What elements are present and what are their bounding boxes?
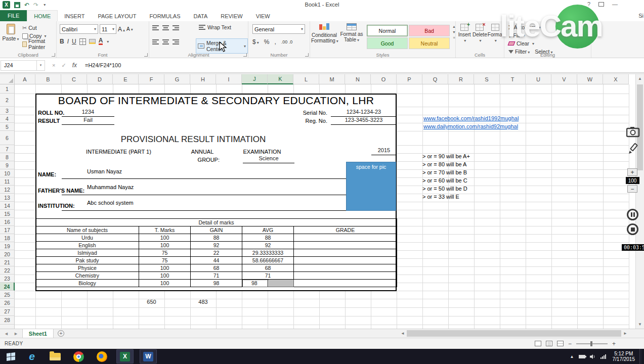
row-header-24[interactable]: 24 (0, 283, 15, 291)
cell-avg[interactable]: 29.33333333 (242, 249, 294, 257)
help-icon[interactable]: ? (587, 1, 590, 7)
new-sheet-icon[interactable]: + (58, 330, 64, 337)
comma-style-button[interactable]: , (274, 38, 276, 46)
institution-value[interactable]: Abc school system (87, 200, 134, 206)
tab-formulas[interactable]: FORMULAS (143, 10, 187, 21)
battery-icon[interactable] (579, 355, 585, 358)
examination-text[interactable]: EXAMINATION (239, 149, 285, 155)
align-middle-icon[interactable] (162, 25, 169, 31)
row-header-28[interactable]: 28 (0, 316, 15, 325)
group-value[interactable]: Science (243, 155, 294, 163)
column-header-U[interactable]: U (526, 74, 551, 84)
column-header-T[interactable]: T (500, 74, 526, 84)
enter-icon[interactable]: ✓ (61, 62, 66, 69)
reg-no-value[interactable]: 123-3455-3223 (331, 117, 397, 125)
percent-style-button[interactable]: % (264, 38, 270, 46)
align-left-icon[interactable] (152, 39, 159, 45)
scroll-right-icon[interactable]: ► (621, 331, 629, 336)
row-header-9[interactable]: 9 (0, 161, 15, 169)
grade-key-line[interactable]: > or = 50 will be D (422, 186, 467, 192)
ribbon-options-icon[interactable] (598, 2, 604, 7)
cell-subject[interactable]: Urdu (36, 234, 139, 242)
row-header-21[interactable]: 21 (0, 258, 15, 266)
father-name-label[interactable]: FATHER'S NAME: (38, 188, 84, 194)
scroll-down-icon[interactable]: ▼ (636, 320, 644, 329)
cell-tmarks[interactable]: 100 (139, 234, 191, 242)
scroll-up-icon[interactable]: ▲ (636, 74, 644, 83)
decimal-buttons[interactable]: .00 .0 (281, 39, 293, 44)
tab-review[interactable]: REVIEW (214, 10, 249, 21)
annual-text[interactable]: ANNUAL (187, 149, 218, 155)
row-header-18[interactable]: 18 (0, 234, 15, 242)
bold-button[interactable]: B (60, 38, 64, 45)
scroll-left-icon[interactable]: ◄ (399, 331, 407, 336)
row-header-26[interactable]: 26 (0, 299, 15, 307)
grade-key-line[interactable]: > or = 33 will E (422, 194, 459, 200)
cell-avg[interactable]: 92 (242, 242, 294, 249)
column-header-X[interactable]: X (603, 74, 629, 84)
row-header-17[interactable]: 17 (0, 226, 15, 234)
column-header-L[interactable]: L (293, 74, 319, 84)
column-header-F[interactable]: F (139, 74, 164, 84)
font-dialog-launcher-icon[interactable] (144, 53, 148, 57)
fill-color-icon[interactable] (89, 39, 96, 44)
taskbar-excel-icon[interactable]: X (116, 349, 134, 363)
recorder-zoom-in-button[interactable]: + (627, 168, 637, 176)
column-header-A[interactable]: A (15, 74, 35, 84)
cell-avg[interactable]: 88 (242, 234, 294, 242)
cell-subject[interactable]: Physice (36, 264, 139, 272)
cell-tmarks[interactable]: 100 (139, 280, 191, 287)
conditional-formatting-button[interactable]: Conditional Formatting▾ (311, 23, 337, 44)
reg-no-label[interactable]: Reg. No. (274, 118, 327, 124)
column-header-E[interactable]: E (113, 74, 139, 84)
name-value[interactable]: Usman Nayaz (87, 168, 122, 174)
serial-no-label[interactable]: Serial No. (274, 110, 327, 116)
row-header-14[interactable]: 14 (0, 202, 15, 210)
taskbar-word-icon[interactable]: W (140, 349, 157, 363)
borders-icon[interactable] (79, 38, 86, 45)
name-label[interactable]: NAME: (38, 171, 56, 177)
marks-header-avg[interactable]: AVG (242, 226, 294, 234)
italic-button[interactable]: I (67, 38, 69, 45)
minimize-icon[interactable]: — (612, 1, 618, 7)
tab-view[interactable]: VIEW (249, 10, 277, 21)
marks-header-gain[interactable]: GAIN (191, 226, 242, 234)
cell-grade[interactable] (294, 234, 397, 242)
column-header-V[interactable]: V (551, 74, 577, 84)
number-dialog-launcher-icon[interactable] (305, 53, 309, 57)
cell-gain[interactable]: 22 (191, 249, 242, 257)
speaker-icon[interactable] (590, 354, 596, 359)
style-neutral[interactable]: Neutral (409, 37, 450, 49)
style-normal[interactable]: Normal (367, 25, 408, 36)
sheet-nav-left-icon[interactable]: ◄ (4, 331, 9, 336)
row-header-8[interactable]: 8 (0, 153, 15, 161)
result-value[interactable]: Fail (62, 117, 114, 125)
align-bottom-icon[interactable] (173, 25, 179, 31)
style-bad[interactable]: Bad (409, 25, 450, 36)
row-header-19[interactable]: 19 (0, 242, 15, 250)
part-text[interactable]: INTERMEDIATE (PART 1) (84, 149, 153, 155)
grade-key-line[interactable]: > or = 90 will be A+ (422, 153, 470, 159)
row-header-23[interactable]: 23 (0, 275, 15, 283)
row-header-12[interactable]: 12 (0, 186, 15, 194)
delete-cells-button[interactable]: Delete▾ (472, 24, 487, 51)
cell-gain[interactable]: 44 (191, 257, 242, 264)
column-header-C[interactable]: C (61, 74, 87, 84)
year-value[interactable]: 2015 (371, 147, 397, 155)
row-header-5[interactable]: 5 (0, 123, 15, 131)
sheet-tab-sheet1[interactable]: Sheet1 (22, 329, 54, 338)
show-desktop-button[interactable] (639, 349, 642, 364)
horizontal-scroll-thumb[interactable] (407, 330, 621, 337)
pause-recording-button[interactable] (627, 209, 638, 220)
customize-qat-icon[interactable]: ▾ (44, 3, 46, 7)
roll-no-value[interactable]: 1234 (62, 109, 114, 117)
format-as-table-button[interactable]: Format as Table▾ (338, 23, 365, 43)
marks-title[interactable]: Detail of marks (36, 219, 397, 226)
undo-icon[interactable]: ↶ (24, 2, 29, 9)
grow-font-button[interactable]: A▴ (118, 26, 125, 33)
wrap-text-button[interactable]: Wrap Text (199, 24, 231, 30)
column-header-I[interactable]: I (216, 74, 242, 84)
cut-button[interactable]: ✂Cut (21, 24, 56, 32)
cell-subject[interactable]: English (36, 242, 139, 249)
taskbar-ie-icon[interactable]: e (23, 349, 40, 363)
